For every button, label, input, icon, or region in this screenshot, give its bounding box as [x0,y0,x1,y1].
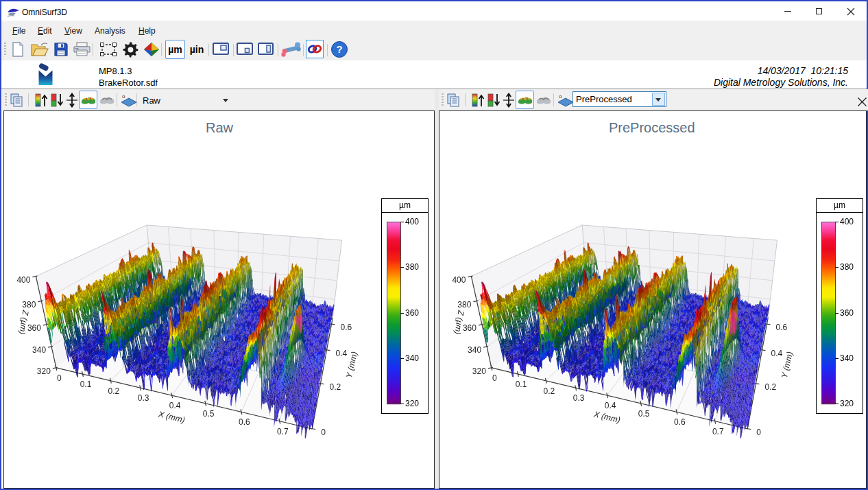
svg-text:o: o [122,93,125,100]
svg-text:?: ? [336,43,342,55]
svg-text:o: o [559,93,562,100]
